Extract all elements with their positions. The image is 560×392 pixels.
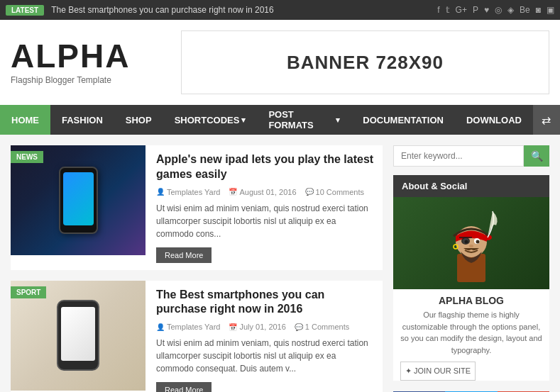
nav-documentation[interactable]: DOCUMENTATION bbox=[351, 105, 455, 135]
logo-tagline: Flagship Blogger Template bbox=[11, 75, 167, 85]
icon-menu[interactable]: ▣ bbox=[547, 5, 554, 15]
article-meta: Templates Yard August 01, 2016 10 Commen… bbox=[156, 188, 375, 196]
nav-post-formats[interactable]: POST FORMATS ▾ bbox=[257, 105, 351, 135]
about-social-widget: About & Social bbox=[393, 175, 549, 381]
search-button[interactable]: 🔍 bbox=[524, 145, 549, 167]
widget-body: APLHA BLOG Our flagship theme is highly … bbox=[393, 197, 549, 381]
date-icon bbox=[229, 323, 237, 331]
nav-shuffle-button[interactable]: ⇄ bbox=[533, 105, 560, 135]
article-title: The Best smartphones you can purchase ri… bbox=[156, 288, 375, 318]
svg-point-9 bbox=[469, 245, 473, 247]
search-widget: 🔍 bbox=[393, 145, 549, 167]
article-card: NEWS Apple's new ipad lets you play the … bbox=[11, 145, 383, 270]
nav-shortcodes[interactable]: SHORTCODES ▾ bbox=[163, 105, 258, 135]
author-icon bbox=[156, 323, 165, 331]
author-icon bbox=[156, 188, 165, 196]
search-input[interactable] bbox=[393, 145, 524, 167]
icon-rss[interactable]: ◈ bbox=[507, 5, 514, 15]
article-comments: 10 Comments bbox=[305, 188, 364, 196]
nav-shop[interactable]: SHOP bbox=[114, 105, 163, 135]
date-icon bbox=[229, 188, 237, 196]
about-avatar bbox=[393, 197, 549, 289]
read-more-button[interactable]: Read More bbox=[156, 247, 212, 263]
shortcodes-dropdown-icon: ▾ bbox=[241, 116, 246, 125]
icon-web[interactable]: ◎ bbox=[495, 5, 502, 15]
svg-point-7 bbox=[461, 237, 470, 245]
header: ALPHA Flagship Blogger Template BANNER 7… bbox=[0, 20, 560, 105]
comment-icon bbox=[305, 188, 314, 196]
article-thumbnail: SPORT bbox=[11, 281, 146, 391]
main-content: NEWS Apple's new ipad lets you play the … bbox=[0, 135, 560, 392]
hand-phone-illustration bbox=[57, 300, 99, 371]
nav-fashion[interactable]: FASHION bbox=[50, 105, 114, 135]
nav-download[interactable]: DOWNLOAD bbox=[455, 105, 533, 135]
icon-facebook[interactable]: f bbox=[437, 5, 439, 15]
icon-instagram[interactable]: ◙ bbox=[536, 5, 541, 15]
banner-area: BANNER 728X90 bbox=[181, 30, 549, 94]
article-meta: Templates Yard July 01, 2016 1 Comments bbox=[156, 323, 375, 331]
article-body: The Best smartphones you can purchase ri… bbox=[156, 281, 383, 392]
icon-behance[interactable]: Be bbox=[520, 5, 530, 15]
article-list: NEWS Apple's new ipad lets you play the … bbox=[11, 145, 383, 392]
latest-badge: LATEST bbox=[6, 5, 44, 16]
icon-googleplus[interactable]: G+ bbox=[456, 5, 467, 15]
pirate-avatar-svg bbox=[439, 201, 503, 286]
logo-area: ALPHA Flagship Blogger Template bbox=[11, 40, 167, 85]
top-bar: LATEST The Best smartphones you can purc… bbox=[0, 0, 560, 20]
hand-phone-screen bbox=[61, 307, 95, 361]
article-excerpt: Ut wisi enim ad minim veniam, quis nostr… bbox=[156, 202, 375, 240]
article-tag: NEWS bbox=[11, 151, 43, 163]
logo: ALPHA bbox=[11, 40, 167, 72]
nav-home[interactable]: HOME bbox=[0, 105, 50, 135]
about-name: APLHA BLOG bbox=[393, 289, 549, 309]
top-social-icons: f 𝕥 G+ P ♥ ◎ ◈ Be ◙ ▣ bbox=[437, 5, 554, 15]
icon-twitter[interactable]: 𝕥 bbox=[446, 5, 450, 15]
banner-text: BANNER 728X90 bbox=[287, 52, 444, 74]
navigation: HOME FASHION SHOP SHORTCODES ▾ POST FORM… bbox=[0, 105, 560, 135]
article-comments: 1 Comments bbox=[295, 323, 349, 331]
svg-point-6 bbox=[476, 240, 480, 244]
article-author: Templates Yard bbox=[156, 188, 220, 196]
article-excerpt: Ut wisi enim ad minim veniam, quis nostr… bbox=[156, 337, 375, 375]
about-desc: Our flagship theme is highly customizabl… bbox=[393, 309, 549, 362]
phone-illustration bbox=[59, 167, 98, 234]
join-site-button[interactable]: ✦ JOIN OUR SITE bbox=[400, 362, 476, 381]
article-title: Apple's new ipad lets you play the lates… bbox=[156, 152, 375, 182]
article-card: SPORT The Best smartphones you can purch… bbox=[11, 281, 383, 392]
comment-icon bbox=[295, 323, 303, 331]
article-author: Templates Yard bbox=[156, 323, 220, 331]
article-body: Apple's new ipad lets you play the lates… bbox=[156, 145, 383, 270]
icon-pinterest[interactable]: P bbox=[473, 5, 478, 15]
post-formats-dropdown-icon: ▾ bbox=[336, 116, 340, 125]
widget-title: About & Social bbox=[393, 175, 549, 197]
icon-heart[interactable]: ♥ bbox=[484, 5, 489, 15]
sidebar: 🔍 About & Social bbox=[393, 145, 549, 392]
top-bar-headline: The Best smartphones you can purchase ri… bbox=[51, 5, 437, 15]
read-more-button[interactable]: Read More bbox=[156, 382, 212, 392]
phone-screen bbox=[63, 172, 94, 225]
article-date: August 01, 2016 bbox=[229, 188, 296, 196]
article-tag: SPORT bbox=[11, 286, 46, 298]
article-thumbnail: NEWS bbox=[11, 145, 146, 255]
article-date: July 01, 2016 bbox=[229, 323, 285, 331]
